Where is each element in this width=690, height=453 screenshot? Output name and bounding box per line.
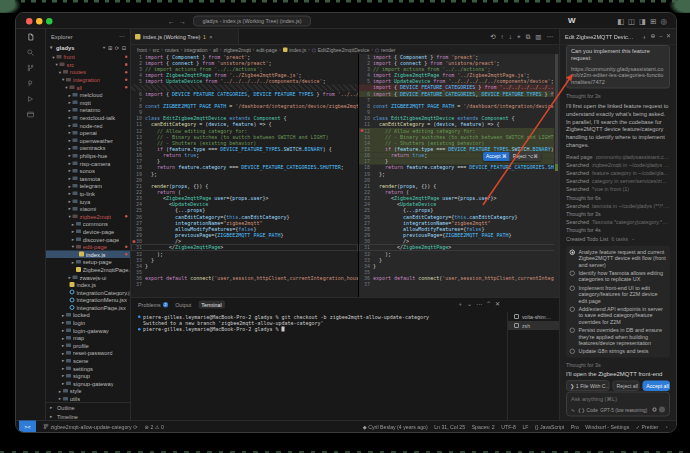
explorer-item-integration[interactable]: ▾integration: [46, 76, 130, 84]
terminal-instance-zsh[interactable]: zsh: [508, 321, 559, 330]
explorer-item-settings[interactable]: ▸settings: [46, 364, 130, 372]
panel-maximize-icon[interactable]: ⌃: [486, 300, 491, 309]
next-change-icon[interactable]: ↓: [509, 33, 512, 41]
explorer-item-IntegrationPage.jsx[interactable]: IntegrationPage.jsx: [46, 304, 130, 312]
mode-selector[interactable]: ❬❭ Code: [577, 407, 597, 413]
toggle-secondarybar-icon[interactable]: ◨: [639, 16, 646, 26]
outline-section[interactable]: ▸Outline: [46, 403, 130, 412]
chat-step-9[interactable]: Thought for 4s: [566, 226, 670, 234]
feature-request-url[interactable]: https://community.gladysassistant.com/t/…: [571, 65, 665, 85]
terminal-output[interactable]: pierre-gilles.leymarie@MacBook-Pro-2 gla…: [138, 314, 500, 416]
explorer-item-front[interactable]: ▾front: [46, 53, 130, 61]
formatter-indicator[interactable]: ✓Prettier: [636, 424, 659, 430]
traffic-close-button[interactable]: [26, 18, 33, 25]
breadcrumb-item-routes[interactable]: routes: [165, 47, 179, 53]
prev-change-icon[interactable]: ↑: [501, 33, 504, 41]
files-changed-chip[interactable]: ❯ 1 File With C…: [566, 380, 610, 391]
terminal-instance-voltashim[interactable]: volta-shim…: [508, 312, 559, 321]
new-file-icon[interactable]: +: [102, 44, 105, 50]
chat-input-box[interactable]: Ask anything (⌘L) ∿ ❬❭ Code GPT-5 (low r…: [566, 392, 670, 417]
collapse-folders-icon[interactable]: ⊟: [122, 44, 126, 50]
explorer-item-nextcloud-talk[interactable]: ▸nextcloud-talk: [46, 114, 130, 122]
panel-tab-terminal[interactable]: Terminal: [198, 301, 224, 309]
chat-minimize-icon[interactable]: –: [659, 32, 662, 41]
explorer-item-IntegrationCategory.jsx[interactable]: IntegrationCategory.jsx: [46, 288, 130, 296]
chat-close-icon[interactable]: ✕: [666, 32, 671, 41]
todo-item-1[interactable]: Identify how Tasmota allows editing cate…: [570, 270, 667, 282]
explorer-item-owntracks[interactable]: ▸owntracks: [46, 144, 130, 152]
chat-step-10[interactable]: Created Todo List6 tasks⌄: [566, 234, 670, 242]
breadcrumb[interactable]: front›src›routes›integration›all›zigbee2…: [131, 45, 559, 54]
todo-item-0[interactable]: Analyze feature request and current Zigb…: [570, 249, 667, 268]
explorer-item-telegram[interactable]: ▸telegram: [46, 182, 130, 190]
explorer-item-commons[interactable]: ▸commons: [46, 220, 130, 228]
branch-indicator[interactable]: zigbee2mqtt-allow-update-category ⟳: [43, 424, 138, 430]
explorer-item-edit-page[interactable]: ▾edit-page: [46, 243, 130, 251]
discard-icon[interactable]: ⟲: [490, 33, 495, 41]
remote-indicator[interactable]: ><: [19, 421, 36, 433]
panel-more-icon[interactable]: ⋯: [476, 300, 482, 309]
wave-icon[interactable]: ∿: [571, 407, 575, 413]
search-activity-icon[interactable]: [16, 45, 46, 61]
explorer-item-all[interactable]: ▾all: [46, 83, 130, 91]
chat-step-2[interactable]: Searchedfeature category in ~/code/glad…: [566, 169, 670, 177]
timeline-section[interactable]: ▸Timeline: [46, 412, 130, 420]
encoding[interactable]: UTF-8: [501, 424, 516, 430]
chat-step-4[interactable]: Searched*vue in front (1): [566, 185, 670, 193]
explorer-item-mqtt[interactable]: ▸mqtt: [46, 99, 130, 107]
breadcrumb-item-src[interactable]: src: [153, 47, 160, 53]
todo-item-5[interactable]: Update i18n strings and tests: [570, 348, 667, 354]
model-selector[interactable]: GPT-5 (low reasoning): [600, 407, 647, 413]
breadcrumb-item-all[interactable]: all: [213, 47, 218, 53]
explorer-item-zwavejs-ui[interactable]: ▸zwavejs-ui: [46, 273, 130, 281]
explorer-item-index.js[interactable]: index.js: [46, 281, 130, 289]
breadcrumb-item-front[interactable]: front: [137, 47, 147, 53]
breadcrumb-item-render[interactable]: render: [381, 47, 395, 53]
cursor-position[interactable]: Ln 31, Col 25: [434, 424, 465, 430]
chat-step-6[interactable]: Searchedtasmota in ~/code/gladys (**/*.j…: [566, 201, 670, 209]
panel-tab-problems[interactable]: Problems2: [138, 302, 168, 308]
explorer-item-reset-password[interactable]: ▸reset-password: [46, 349, 130, 357]
todo-item-2[interactable]: Implement front-end UI to edit category/…: [570, 285, 667, 304]
command-center-searchbox[interactable]: gladys - index.js (Working Tree) (index.…: [193, 16, 311, 27]
customize-layout-icon[interactable]: ◎: [660, 16, 667, 26]
explorer-item-tp-link[interactable]: ▸tp-link: [46, 190, 130, 198]
bell-icon[interactable]: ◔: [665, 424, 668, 430]
todo-item-4[interactable]: Persist overrides in DB and ensure they'…: [570, 327, 667, 346]
breadcrumb-item-edit-page[interactable]: edit-page: [256, 47, 277, 53]
reject-change-button[interactable]: Reject ⌥⌘: [510, 152, 541, 161]
thought-row-1[interactable]: Thought for 3s: [566, 93, 670, 99]
inline-diff-actions[interactable]: Accept ⌘Reject ⌥⌘: [483, 152, 541, 161]
tab-close-icon[interactable]: ×: [209, 34, 212, 40]
explorer-more-icon[interactable]: ⋯: [119, 33, 125, 40]
explorer-item-sonos[interactable]: ▸sonos: [46, 167, 130, 175]
explorer-item-discover-page[interactable]: ▸discover-page: [46, 235, 130, 243]
toggle-diff-icon[interactable]: ▥: [535, 33, 541, 41]
explorer-item-zigbee2mqtt[interactable]: ▾zigbee2mqtt: [46, 212, 130, 220]
explorer-item-melcloud[interactable]: ▸melcloud: [46, 91, 130, 99]
split-editor-icon[interactable]: ⧉: [526, 33, 531, 41]
explorer-item-routes[interactable]: ▾routes: [46, 68, 130, 76]
chat-step-3[interactable]: Searchedcategory in server/services/zigb…: [566, 177, 670, 185]
debug-activity-icon[interactable]: [16, 91, 46, 107]
explorer-item-signup-gateway[interactable]: ▸signup-gateway: [46, 380, 130, 388]
chat-step-1[interactable]: Searchedzigbee2mqtt in ~/code/gladys (*…: [566, 160, 670, 168]
explorer-item-map[interactable]: ▸map: [46, 334, 130, 342]
chat-step-8[interactable]: SearchedTasmota.*category|category.*Tasm…: [566, 218, 670, 226]
breadcrumb-item-zigbee2mqtt[interactable]: zigbee2mqtt: [224, 47, 251, 53]
extensions-activity-icon[interactable]: [16, 76, 46, 92]
diff-pane-original[interactable]: 1import { Component } from 'preact';2imp…: [131, 54, 359, 297]
history-back-button[interactable]: ←: [168, 16, 175, 26]
explorer-item-philips-hue[interactable]: ▸philips-hue: [46, 152, 130, 160]
explorer-item-device-page[interactable]: ▸device-page: [46, 228, 130, 236]
chat-new-icon[interactable]: ＋: [641, 32, 647, 41]
thought-row-2[interactable]: Thought for 3s: [566, 362, 670, 368]
toggle-panel-icon[interactable]: ◫: [628, 16, 635, 26]
explorer-item-xiaomi[interactable]: ▸xiaomi: [46, 205, 130, 213]
chat-history-icon[interactable]: ⊕: [651, 32, 656, 41]
more-actions-icon[interactable]: ⋯: [547, 33, 554, 41]
refresh-explorer-icon[interactable]: ⟳: [115, 44, 119, 50]
remote-activity-icon[interactable]: [16, 107, 46, 123]
explorer-item-tuya[interactable]: ▸tuya: [46, 197, 130, 205]
pin-icon[interactable]: ⌖: [517, 33, 521, 41]
